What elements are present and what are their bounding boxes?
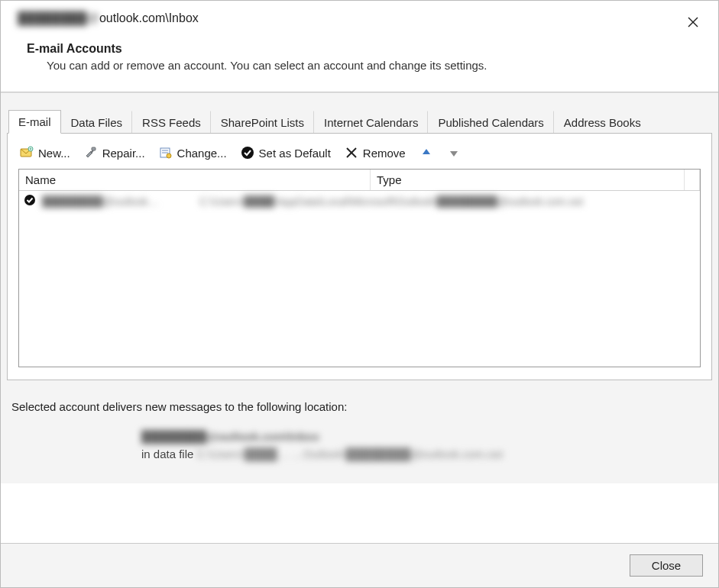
delivery-caption: Selected account delivers new messages t… <box>11 400 704 413</box>
default-check-icon <box>24 194 37 208</box>
svg-marker-16 <box>450 151 458 157</box>
delivery-file-path: C:\Users\████… …Outlook\████████@outlook… <box>197 447 503 460</box>
window-title-suffix: outlook.com\Inbox <box>99 11 199 25</box>
move-up-button[interactable] <box>419 146 433 160</box>
column-header-type[interactable]: Type <box>371 170 685 190</box>
set-default-button-label: Set as Default <box>259 147 331 160</box>
svg-rect-6 <box>92 147 96 150</box>
repair-button[interactable]: Repair... <box>84 146 145 160</box>
arrow-down-icon <box>449 147 459 158</box>
svg-marker-15 <box>423 149 430 154</box>
envelope-new-icon <box>20 146 34 160</box>
title-bar: ████████@ outlook.com\Inbox <box>1 1 718 36</box>
hammer-wrench-icon <box>84 146 98 160</box>
svg-point-12 <box>241 147 254 159</box>
arrow-up-icon <box>421 147 432 158</box>
close-button[interactable]: Close <box>630 554 703 577</box>
tab-published-calendars[interactable]: Published Calendars <box>428 111 553 134</box>
move-down-button[interactable] <box>447 146 461 160</box>
tab-internet-calendars[interactable]: Internet Calendars <box>314 111 428 134</box>
account-row-name: ████████@outlook… <box>42 195 195 208</box>
set-default-button[interactable]: Set as Default <box>241 146 331 160</box>
tab-email[interactable]: E-mail <box>8 110 61 134</box>
tab-page-email: New... Repair... <box>7 133 712 380</box>
page-title: E-mail Accounts <box>27 42 701 56</box>
change-button-label: Change... <box>177 147 227 160</box>
tab-rss-feeds[interactable]: RSS Feeds <box>132 111 211 134</box>
delivery-file-prefix: in data file <box>141 447 193 460</box>
new-button-label: New... <box>38 147 70 160</box>
column-header-spacer <box>685 170 700 190</box>
remove-button[interactable]: Remove <box>345 146 406 160</box>
accounts-list: Name Type ████████@outlook… C:\Users\███… <box>18 169 701 367</box>
close-icon[interactable] <box>680 11 706 33</box>
delivery-info: Selected account delivers new messages t… <box>7 380 712 483</box>
account-row-type: C:\Users\████\AppData\Local\Microsoft\Ou… <box>199 195 695 208</box>
check-circle-icon <box>241 146 254 160</box>
delivery-location: ████████@outlook.com\Inbox <box>141 430 319 443</box>
tab-data-files[interactable]: Data Files <box>61 111 133 134</box>
tab-strip: E-mail Data Files RSS Feeds SharePoint L… <box>1 110 718 134</box>
account-row[interactable]: ████████@outlook… C:\Users\████\AppData\… <box>19 191 700 212</box>
svg-line-7 <box>91 150 93 153</box>
svg-point-11 <box>167 153 171 158</box>
x-icon <box>345 146 358 160</box>
accounts-list-header: Name Type <box>19 170 700 191</box>
header-block: E-mail Accounts You can add or remove an… <box>1 36 718 92</box>
footer: Close <box>1 543 718 587</box>
new-button[interactable]: New... <box>20 146 70 160</box>
page-subtitle: You can add or remove an account. You ca… <box>27 59 701 72</box>
toolbar: New... Repair... <box>18 144 701 169</box>
column-header-name[interactable]: Name <box>19 170 371 190</box>
window-title: ████████@ outlook.com\Inbox <box>18 11 199 25</box>
tab-sharepoint-lists[interactable]: SharePoint Lists <box>211 111 314 134</box>
tab-address-books[interactable]: Address Books <box>554 111 650 134</box>
repair-button-label: Repair... <box>102 147 145 160</box>
change-button[interactable]: Change... <box>159 146 227 160</box>
properties-icon <box>159 146 173 160</box>
remove-button-label: Remove <box>363 147 406 160</box>
window-title-redacted: ████████@ <box>18 11 99 25</box>
